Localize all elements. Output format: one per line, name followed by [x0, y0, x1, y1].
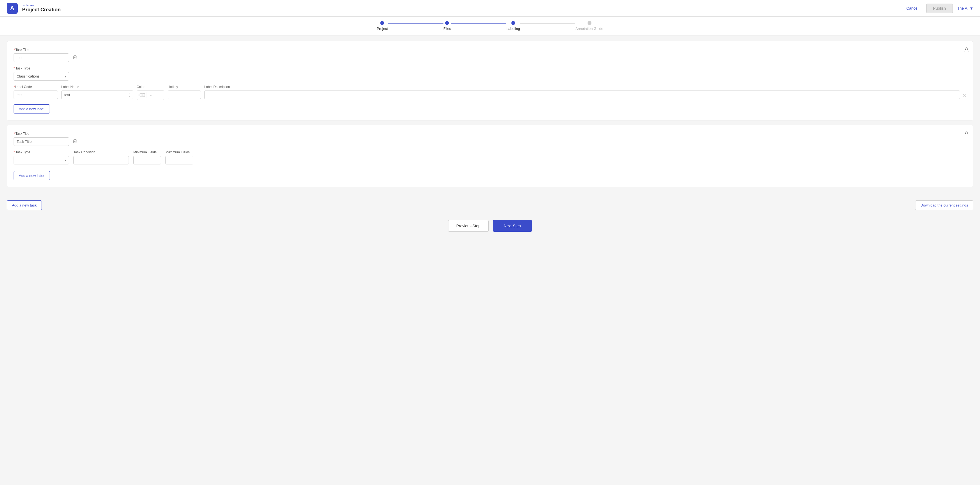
cancel-button[interactable]: Cancel — [903, 5, 922, 12]
task1-label-code-input[interactable] — [14, 90, 58, 99]
task1-label-name-input[interactable] — [61, 90, 133, 99]
label-columns-header: *Label Code Label Name ⋮ Color ⌫ ▾ Hotke… — [14, 85, 966, 100]
task1-type-select-wrapper: Classifications Bounding Box Segmentatio… — [14, 72, 69, 81]
task2-delete-button[interactable] — [71, 138, 78, 146]
task1-delete-button[interactable] — [71, 54, 78, 62]
previous-step-button[interactable]: Previous Step — [448, 220, 488, 232]
step-annotation-guide[interactable]: Annotation Guide — [575, 21, 603, 31]
chevron-down-icon: ▼ — [969, 6, 974, 11]
task2-title-input[interactable] — [14, 137, 69, 146]
page-title: Project Creation — [22, 7, 61, 13]
navigation-buttons: Previous Step Next Step — [0, 214, 980, 241]
header: A ← Home Project Creation Cancel Publish… — [0, 0, 980, 17]
task2-type-select[interactable]: Classifications Bounding Box — [14, 156, 69, 165]
label-name-divider-icon: ⋮ — [125, 90, 133, 99]
task2-max-fields-input[interactable] — [165, 156, 193, 165]
user-menu[interactable]: The A. ▼ — [957, 6, 974, 11]
task2-type-select-wrapper: Classifications Bounding Box ▾ — [14, 156, 69, 165]
no-color-icon: ⌫ — [137, 92, 147, 98]
collapse-task1-button[interactable]: ⋀ — [964, 46, 969, 52]
col-header-label-name: Label Name ⋮ — [61, 85, 133, 99]
bottom-bar: Add a new task Download the current sett… — [0, 197, 980, 214]
step-label-labeling: Labeling — [506, 27, 520, 31]
next-step-button[interactable]: Next Step — [493, 220, 532, 232]
step-line-2 — [451, 23, 506, 24]
steps-container: Project Files Labeling Annotation Guide — [377, 21, 603, 31]
task2-min-fields-col: Minimum Fields — [133, 150, 161, 165]
color-dropdown-button[interactable]: ▾ — [147, 94, 155, 97]
color-selector[interactable]: ⌫ ▾ — [137, 90, 164, 100]
task1-title-group: *Task Title — [14, 48, 966, 62]
step-dot-labeling — [511, 21, 515, 25]
step-line-1 — [388, 23, 444, 24]
step-label-files: Files — [444, 27, 451, 31]
remove-label-button[interactable]: ✕ — [962, 92, 966, 99]
task1-title-row — [14, 54, 966, 62]
task1-hotkey-input[interactable] — [168, 90, 201, 99]
task1-add-label-button[interactable]: Add a new label — [14, 105, 50, 114]
step-dot-project — [380, 21, 384, 25]
step-label-project: Project — [377, 27, 388, 31]
col-header-color: Color ⌫ ▾ — [137, 85, 164, 100]
task2-condition-input[interactable] — [73, 156, 129, 165]
task2-type-col: *Task Type Classifications Bounding Box … — [14, 150, 69, 165]
task2-max-fields-col: Maximum Fields — [165, 150, 193, 165]
step-labeling[interactable]: Labeling — [506, 21, 520, 31]
step-line-3 — [520, 23, 575, 24]
label-name-wrapper: ⋮ — [61, 90, 133, 99]
task1-title-input[interactable] — [14, 54, 69, 62]
task2-fields-row: *Task Type Classifications Bounding Box … — [14, 150, 966, 165]
task2-min-fields-input[interactable] — [133, 156, 161, 165]
app-logo: A — [6, 3, 18, 14]
task-card-1: ⋀ *Task Title *Task Type Cl — [6, 41, 974, 120]
col-header-label-desc: Label Description ✕ — [204, 85, 966, 99]
step-dot-files — [445, 21, 449, 25]
col-header-hotkey: Hotkey — [168, 85, 201, 99]
home-link[interactable]: ← Home — [22, 3, 61, 7]
step-files[interactable]: Files — [444, 21, 451, 31]
task1-type-group: *Task Type Classifications Bounding Box … — [14, 67, 966, 81]
collapse-task2-button[interactable]: ⋀ — [964, 130, 969, 136]
task1-title-label: *Task Title — [14, 48, 966, 52]
step-dot-annotation — [587, 21, 592, 25]
step-label-annotation: Annotation Guide — [575, 27, 603, 31]
header-actions: Cancel Publish The A. ▼ — [903, 3, 974, 13]
task2-title-label: *Task Title — [14, 132, 966, 136]
col-header-label-code: *Label Code — [14, 85, 58, 99]
task2-add-label-button[interactable]: Add a new label — [14, 171, 50, 180]
add-task-button[interactable]: Add a new task — [6, 200, 42, 210]
task2-title-row — [14, 137, 966, 146]
task2-condition-col: Task Condition — [73, 150, 129, 165]
task1-type-label: *Task Type — [14, 67, 966, 70]
task1-type-select[interactable]: Classifications Bounding Box Segmentatio… — [14, 72, 69, 81]
steps-bar: Project Files Labeling Annotation Guide — [0, 17, 980, 35]
download-settings-button[interactable]: Download the current settings — [915, 200, 974, 210]
header-title-area: ← Home Project Creation — [22, 3, 61, 13]
task1-label-desc-input[interactable] — [204, 90, 960, 99]
back-arrow-icon: ← — [22, 3, 25, 7]
task2-title-group: *Task Title — [14, 132, 966, 146]
publish-button[interactable]: Publish — [926, 3, 953, 13]
step-project[interactable]: Project — [377, 21, 388, 31]
main-content: ⋀ *Task Title *Task Type Cl — [0, 35, 980, 197]
task-card-2: ⋀ *Task Title *Task Type — [6, 125, 974, 187]
